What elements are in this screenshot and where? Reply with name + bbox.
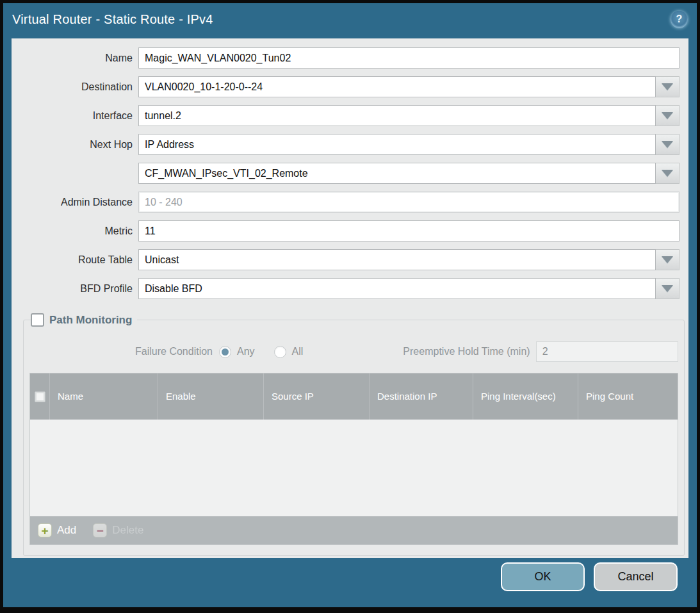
metric-row: Metric [12, 220, 680, 241]
next-hop-type-input[interactable] [138, 134, 656, 155]
chevron-down-icon [662, 83, 673, 90]
table-header: Name Enable Source IP Destination IP Pin… [30, 373, 678, 420]
next-hop-address-dropdown-button[interactable] [656, 163, 680, 184]
next-hop-dropdown-button[interactable] [656, 134, 680, 155]
static-route-dialog: Virtual Router - Static Route - IPv4 ? N… [0, 0, 700, 613]
name-row: Name [12, 47, 680, 69]
name-label: Name [12, 53, 138, 64]
dialog-titlebar: Virtual Router - Static Route - IPv4 ? [3, 3, 697, 35]
preemptive-hold-time-label: Preemptive Hold Time (min) [403, 346, 530, 357]
ok-button[interactable]: OK [501, 562, 585, 591]
next-hop-address-row [12, 163, 680, 184]
path-monitoring-legend: Path Monitoring [31, 313, 137, 327]
add-button[interactable]: + Add [38, 523, 76, 537]
destination-label: Destination [12, 81, 138, 93]
next-hop-address-input[interactable] [138, 163, 656, 184]
failure-condition-row: Failure Condition Any All Preemptive Hol… [29, 341, 678, 363]
next-hop-label: Next Hop [12, 139, 138, 151]
admin-distance-row: Admin Distance [12, 192, 680, 213]
column-header-ping-interval[interactable]: Ping Interval(sec) [473, 373, 578, 420]
metric-input[interactable] [138, 220, 680, 241]
chevron-down-icon [662, 170, 673, 177]
admin-distance-input[interactable] [138, 192, 680, 213]
chevron-down-icon [662, 285, 673, 292]
route-table-row: Route Table [12, 249, 680, 270]
cancel-button[interactable]: Cancel [594, 562, 678, 591]
interface-label: Interface [12, 110, 138, 122]
minus-icon: − [93, 523, 107, 537]
path-monitoring-title: Path Monitoring [49, 314, 132, 327]
table-body-empty [30, 420, 678, 516]
plus-icon: + [38, 523, 52, 537]
column-header-name[interactable]: Name [49, 373, 158, 420]
preemptive-hold-time-input[interactable] [536, 341, 678, 362]
bfd-profile-row: BFD Profile [12, 278, 680, 299]
delete-button[interactable]: − Delete [93, 523, 143, 537]
failure-condition-any-radio[interactable]: Any [219, 346, 255, 358]
failure-condition-label: Failure Condition [29, 346, 219, 357]
chevron-down-icon [662, 256, 673, 263]
bfd-profile-label: BFD Profile [12, 283, 138, 295]
table-header-checkbox-cell [30, 373, 49, 420]
chevron-down-icon [662, 112, 673, 119]
chevron-down-icon [662, 141, 673, 148]
help-icon[interactable]: ? [671, 11, 688, 28]
next-hop-row: Next Hop [12, 134, 680, 155]
interface-dropdown-button[interactable] [656, 105, 680, 126]
route-table-input[interactable] [138, 249, 656, 270]
destination-dropdown-button[interactable] [656, 76, 680, 97]
admin-distance-label: Admin Distance [12, 197, 138, 208]
route-table-dropdown-button[interactable] [656, 249, 680, 270]
table-toolbar: + Add − Delete [30, 516, 678, 544]
failure-condition-all-radio[interactable]: All [274, 346, 304, 358]
column-header-source-ip[interactable]: Source IP [263, 373, 369, 420]
select-all-checkbox[interactable] [35, 391, 45, 402]
interface-row: Interface [12, 105, 680, 126]
bfd-profile-dropdown-button[interactable] [656, 278, 680, 299]
radio-unselected-icon [274, 346, 286, 358]
bfd-profile-input[interactable] [138, 278, 656, 299]
path-monitoring-checkbox[interactable] [31, 313, 44, 327]
column-header-enable[interactable]: Enable [158, 373, 263, 420]
column-header-ping-count[interactable]: Ping Count [578, 373, 678, 420]
interface-input[interactable] [138, 105, 656, 126]
path-monitoring-section: Path Monitoring Failure Condition Any Al… [23, 313, 685, 556]
dialog-footer: OK Cancel [3, 552, 697, 607]
column-header-destination-ip[interactable]: Destination IP [369, 373, 473, 420]
destination-row: Destination [12, 76, 680, 97]
dialog-title: Virtual Router - Static Route - IPv4 [12, 12, 213, 27]
metric-label: Metric [12, 225, 138, 237]
monitored-destinations-table: Name Enable Source IP Destination IP Pin… [29, 373, 678, 545]
dialog-body: Name Destination Interface [12, 38, 688, 558]
name-input[interactable] [138, 47, 680, 69]
destination-input[interactable] [138, 76, 656, 97]
radio-selected-icon [219, 346, 231, 358]
route-table-label: Route Table [12, 254, 138, 266]
